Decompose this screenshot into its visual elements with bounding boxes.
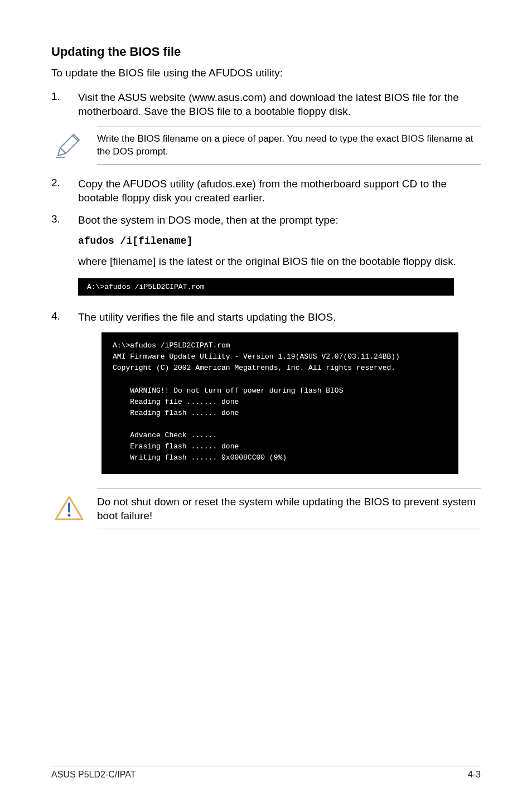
step-text: Visit the ASUS website (www.asus.com) an… — [78, 90, 481, 119]
step-number: 2. — [51, 177, 78, 205]
note-text: Write the BIOS filename on a piece of pa… — [97, 127, 481, 165]
step-text: Copy the AFUDOS utility (afudos.exe) fro… — [78, 177, 481, 205]
step-text: Boot the system in DOS mode, then at the… — [78, 213, 481, 228]
step-text: The utility verifies the file and starts… — [78, 310, 481, 325]
svg-line-0 — [60, 148, 66, 153]
section-heading: Updating the BIOS file — [51, 45, 481, 59]
command-text: afudos /i[filename] — [78, 235, 481, 247]
step-number: 4. — [51, 310, 78, 325]
note-callout: Write the BIOS filename on a piece of pa… — [51, 127, 481, 165]
page-footer: ASUS P5LD2-C/IPAT 4-3 — [51, 766, 481, 780]
warning-text: Do not shut down or reset the system whi… — [97, 489, 481, 529]
step-1: 1. Visit the ASUS website (www.asus.com)… — [51, 90, 481, 119]
step-3: 3. Boot the system in DOS mode, then at … — [51, 213, 481, 228]
svg-point-3 — [68, 514, 71, 517]
footer-right: 4-3 — [468, 770, 481, 780]
step-number: 3. — [51, 213, 78, 228]
pencil-icon — [54, 131, 97, 160]
terminal-output-1: A:\>afudos /iP5LD2CIPAT.rom — [78, 278, 454, 296]
warning-callout: Do not shut down or reset the system whi… — [51, 489, 481, 529]
intro-text: To update the BIOS file using the AFUDOS… — [51, 66, 481, 80]
step-4: 4. The utility verifies the file and sta… — [51, 310, 481, 325]
step-2: 2. Copy the AFUDOS utility (afudos.exe) … — [51, 177, 481, 205]
footer-left: ASUS P5LD2-C/IPAT — [51, 770, 136, 780]
step-number: 1. — [51, 90, 78, 119]
warning-icon — [54, 495, 97, 523]
terminal-output-2: A:\>afudos /iP5LD2CIPAT.rom AMI Firmware… — [101, 332, 458, 474]
step-3-sub: where [filename] is the latest or the or… — [78, 254, 481, 269]
